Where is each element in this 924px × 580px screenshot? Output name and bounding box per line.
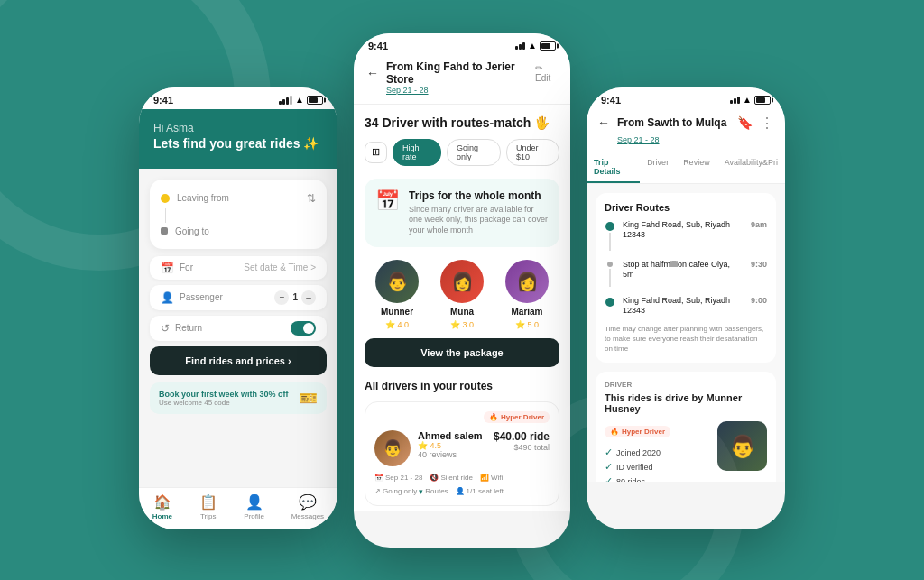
leaving-dot (161, 194, 170, 203)
meta-seats-1: 👤 1/1 seat left (456, 487, 504, 495)
nav-home[interactable]: 🏠 Home (152, 493, 172, 520)
nav-profile[interactable]: 👤 Profile (244, 493, 264, 520)
package-card: 📅 Trips for the whole month Since many d… (365, 179, 559, 247)
filter-icon-btn[interactable]: ⊞ (365, 142, 387, 163)
find-rides-button[interactable]: Find rides and prices › (150, 346, 327, 375)
for-row[interactable]: 📅 For Set date & Time > (150, 256, 327, 280)
nav-messages[interactable]: 💬 Messages (291, 493, 324, 520)
driver-meta-1: 📅 Sep 21 - 28 🔇 Silent ride 📶 Wifi (374, 474, 550, 482)
leaving-label: Leaving from (177, 193, 229, 203)
driver-avatar-large: 👨 (717, 421, 767, 471)
tab-bar: Trip Details Driver Review Availability&… (587, 152, 785, 184)
going-label: Going to (175, 226, 209, 236)
tab-trip-details[interactable]: Trip Details (587, 152, 640, 183)
bookmark-button[interactable]: 🔖 (737, 115, 753, 130)
driver-munner[interactable]: 👨 Munner ⭐ 4.0 (375, 260, 419, 329)
promo-icon: 🎫 (300, 390, 318, 407)
going-dot (161, 227, 168, 235)
driver-detail-info: 🔥 Hyper Driver ✓ Joined 2020 ✓ ID verifi… (605, 421, 710, 481)
passenger-row: 👤 Passenger + 1 – (150, 285, 327, 310)
right-trip-dates: Sep 21 - 28 (617, 135, 774, 144)
stop-dot-container-1 (605, 222, 615, 253)
tab-availability[interactable]: Availability&Pri (717, 152, 785, 183)
driver-rides-row: ✓ 80 rides (605, 475, 710, 481)
driver-mariam-rating: ⭐ 5.0 (515, 320, 539, 329)
package-calendar-icon: 📅 (375, 189, 400, 236)
right-phone: 9:41 ▲ ← From Sawth to Mulqa 🔖 ⋮ Sep 21 … (587, 87, 785, 529)
person-icon: 👤 (161, 291, 174, 304)
center-body: 34 Driver with routes-match 🖐 ⊞ High rat… (354, 105, 570, 511)
driver-id-row: ✓ ID verified (605, 461, 710, 473)
driver-munner-rating: ⭐ 4.0 (385, 320, 409, 329)
stop-time-3: 9:00 (751, 296, 767, 305)
package-text: Trips for the whole month Since many dri… (409, 189, 549, 236)
nav-trips[interactable]: 📋 Trips (199, 493, 217, 520)
price-total-1: $490 total (494, 443, 550, 452)
right-status-time: 9:41 (601, 95, 621, 106)
promo-title: Book your first week with 30% off (159, 390, 289, 399)
driver-detail-badges: 🔥 Hyper Driver (605, 421, 710, 441)
right-signal-icon (730, 97, 740, 104)
tab-review[interactable]: Review (676, 152, 717, 183)
edit-button[interactable]: ✏ Edit (535, 63, 558, 83)
promo-sub: Use welcome 45 code (159, 399, 289, 407)
stop-dot-2 (607, 262, 613, 267)
price-col-1: $40.00 ride $490 total (494, 430, 550, 452)
center-header: ← From King Fahd to Jerier Store ✏ Edit … (354, 55, 570, 105)
stop-dot-container-2 (605, 262, 615, 289)
driver-muna[interactable]: 👩 Muna ⭐ 3.0 (440, 260, 484, 329)
center-trip-title: From King Fahd to Jerier Store (386, 60, 528, 86)
driver-joined-row: ✓ Joined 2020 (605, 447, 710, 458)
filter-under-10[interactable]: Under $10 (506, 139, 559, 166)
center-battery-icon (540, 41, 556, 51)
stop-address-3: King Fahd Road, Sub, Riyadh 12343 (623, 296, 744, 317)
route-note: Time may change after planning with pass… (605, 324, 767, 354)
passenger-controls[interactable]: + 1 – (274, 290, 316, 305)
return-row: ↺ Return (150, 316, 327, 341)
return-label: ↺ Return (161, 322, 202, 335)
meta-going-1: ↗ Going only ▾ Routes (374, 487, 448, 496)
left-status-time: 9:41 (153, 95, 173, 106)
check-icon-rides: ✓ (605, 475, 613, 481)
left-phone: 9:41 ▲ Hi Asma Lets find you great rides… (139, 87, 337, 529)
right-wifi-icon: ▲ (743, 95, 752, 105)
route-divider (165, 208, 166, 223)
passenger-plus-btn[interactable]: + (274, 290, 289, 305)
return-icon: ↺ (161, 322, 170, 335)
driver-rating-1: ⭐ 4.5 (418, 441, 486, 450)
right-back-button[interactable]: ← (597, 115, 610, 130)
driver-section-title: This rides is drive by Munner Husney (605, 392, 767, 414)
left-status-bar: 9:41 ▲ (139, 87, 337, 109)
filter-high-rate[interactable]: High rate (393, 139, 441, 166)
trips-icon: 📋 (199, 493, 217, 511)
nav-profile-label: Profile (244, 512, 264, 520)
calendar-icon: 📅 (161, 262, 174, 274)
more-button[interactable]: ⋮ (760, 115, 774, 132)
right-trip-title: From Sawth to Mulqa (617, 116, 726, 129)
driver-mariam[interactable]: 👩 Mariam ⭐ 5.0 (505, 260, 549, 329)
center-back-button[interactable]: ← (366, 66, 379, 80)
package-desc: Since many driver are available for one … (409, 205, 549, 236)
stop-dot-container-3 (605, 298, 615, 307)
center-signal-icon (515, 42, 525, 50)
passenger-label: 👤 Passenger (161, 291, 223, 304)
nav-home-label: Home (152, 512, 172, 520)
package-title: Trips for the whole month (409, 189, 549, 202)
left-header: Hi Asma Lets find you great rides ✨ (139, 109, 337, 169)
route-stop-1: King Fahd Road, Sub, Riyadh 12343 9am (605, 220, 767, 253)
tab-driver[interactable]: Driver (640, 152, 676, 183)
stop-address-2: Stop at halfmillion cafee Olya, 5m (623, 260, 744, 281)
nav-trips-label: Trips (200, 512, 216, 520)
avatar-muna: 👩 (440, 260, 484, 303)
view-package-button[interactable]: View the package (365, 338, 559, 367)
right-status-icons: ▲ (730, 95, 771, 105)
stop-time-2: 9:30 (751, 260, 767, 269)
filter-going-only[interactable]: Going only (447, 139, 501, 166)
driver-list-item-1[interactable]: 🔥 Hyper Driver 👨 Ahmed salem ⭐ 4.5 40 re… (365, 401, 559, 506)
check-icon-joined: ✓ (605, 447, 613, 458)
nav-messages-label: Messages (291, 512, 324, 520)
return-toggle[interactable] (291, 321, 316, 336)
stop-line-1 (609, 233, 611, 251)
passenger-minus-btn[interactable]: – (301, 290, 316, 305)
package-driver-avatars: 👨 Munner ⭐ 4.0 👩 Muna ⭐ 3.0 👩 Mariam ⭐ 5… (365, 260, 559, 329)
